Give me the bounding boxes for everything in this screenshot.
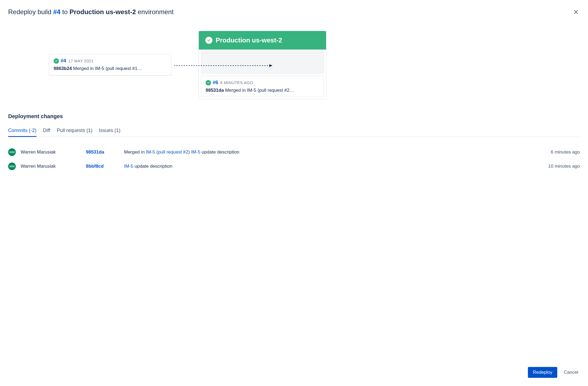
environment-name: Production us-west-2: [216, 36, 282, 44]
title-prefix: Redeploy build: [8, 8, 53, 16]
source-build-card[interactable]: #4 17 MAY 2021 9863b24 Merged in IM-5 (p…: [49, 54, 171, 75]
tab-pull-requests[interactable]: Pull requests (1): [57, 128, 92, 137]
commit-hash-link[interactable]: 98531da: [86, 149, 124, 155]
current-build-card[interactable]: #6 6 MINUTES AGO 98531da Merged in IM-5 …: [201, 76, 324, 97]
commit-time: 6 minutes ago: [551, 149, 580, 155]
section-title: Deployment changes: [8, 113, 580, 120]
issue-link[interactable]: IM-5: [146, 149, 155, 155]
tab-diff[interactable]: Diff: [43, 128, 50, 137]
commit-hash-link[interactable]: 8bbf8cd: [86, 164, 124, 169]
source-commit-message: Merged in IM-5 (pull request #1…: [73, 66, 142, 71]
current-build-date: 6 MINUTES AGO: [220, 80, 253, 85]
commit-list: WM Warren Marusiak 98531da Merged in IM-…: [8, 145, 580, 173]
source-commit-hash: 9863b24: [54, 66, 72, 71]
dialog-title: Redeploy build #4 to Production us-west-…: [8, 8, 174, 16]
avatar: WM: [8, 163, 16, 170]
close-icon: [573, 9, 579, 15]
commit-author: Warren Marusiak: [21, 164, 86, 169]
commit-message: Merged in IM-5 (pull request #2) IM-5 up…: [124, 149, 551, 155]
title-mid: to: [60, 8, 69, 16]
commit-author: Warren Marusiak: [21, 149, 86, 155]
build-link[interactable]: #4: [53, 8, 60, 16]
avatar: WM: [8, 148, 16, 156]
title-suffix: environment: [136, 8, 174, 16]
current-commit-message: Merged in IM-5 (pull request #2…: [225, 88, 294, 93]
environment-header: Production us-west-2: [199, 31, 326, 50]
deploy-arrow: [174, 63, 275, 68]
pr-link[interactable]: pull request #2: [158, 149, 188, 155]
success-icon: [54, 58, 59, 64]
current-build-number[interactable]: #6: [213, 80, 218, 85]
changes-tabs: Commits (-2) Diff Pull requests (1) Issu…: [8, 128, 580, 137]
commit-row: WM Warren Marusiak 98531da Merged in IM-…: [8, 145, 580, 159]
commit-row: WM Warren Marusiak 8bbf8cd IM-5 update d…: [8, 159, 580, 173]
success-icon: [205, 37, 212, 44]
source-build-date: 17 MAY 2021: [68, 59, 94, 63]
commit-message: IM-5 update description: [124, 164, 548, 169]
current-commit-hash: 98531da: [206, 88, 224, 93]
deploy-drop-zone: [201, 52, 324, 73]
environment-name: Production us-west-2: [70, 8, 136, 16]
commit-time: 10 minutes ago: [548, 164, 580, 169]
issue-link[interactable]: IM-5: [124, 164, 133, 169]
issue-link[interactable]: IM-5: [191, 149, 200, 155]
svg-marker-1: [269, 64, 273, 67]
close-button[interactable]: [572, 8, 580, 16]
success-icon: [206, 80, 211, 85]
tab-commits[interactable]: Commits (-2): [8, 128, 36, 137]
source-build-number[interactable]: #4: [61, 58, 66, 64]
tab-issues[interactable]: Issues (1): [99, 128, 120, 137]
